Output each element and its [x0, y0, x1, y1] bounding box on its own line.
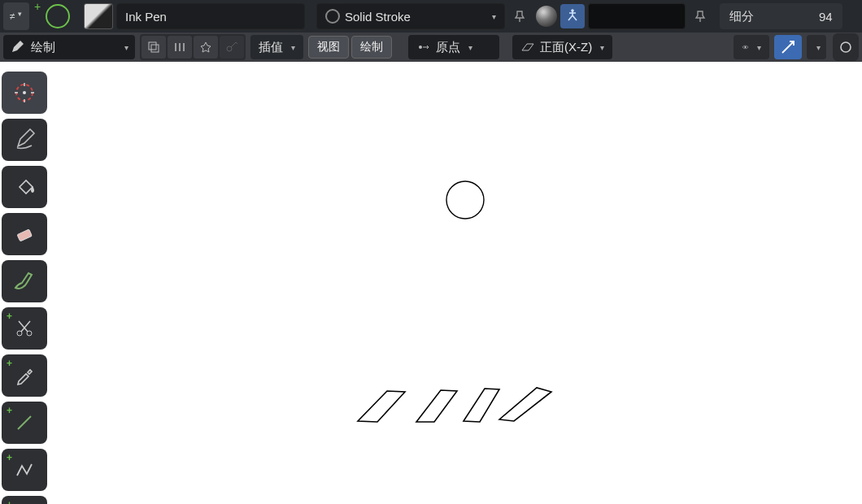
scissors-icon [14, 318, 35, 339]
tool-tint[interactable] [2, 260, 47, 302]
pencil-icon [10, 40, 24, 54]
brush-icon [12, 270, 37, 293]
guides-toggle[interactable] [774, 35, 802, 59]
tool-eyedropper[interactable]: + [2, 354, 47, 397]
tool-line[interactable]: + [2, 402, 47, 444]
tool-polyline[interactable]: + [2, 449, 47, 491]
chevron-down-icon: ▾ [291, 43, 295, 52]
armature-icon[interactable] [560, 4, 585, 28]
extra-toggle[interactable] [833, 33, 859, 61]
view-draw-toggle: 视图 绘制 [308, 36, 392, 59]
pin-button-2[interactable] [689, 3, 712, 29]
draw-tab[interactable]: 绘制 [351, 36, 392, 59]
guides-icon [780, 39, 796, 55]
tool-cutter[interactable]: + [2, 307, 47, 350]
tool-erase[interactable] [2, 213, 47, 255]
chevron-down-icon: ▾ [124, 43, 128, 52]
svg-text:≠: ≠ [10, 11, 15, 22]
mode-label: 绘制 [31, 40, 55, 55]
toggle-thickness[interactable] [168, 36, 192, 59]
ring-icon [325, 9, 340, 24]
pencil-icon [13, 128, 36, 151]
chevron-down-icon: ▾ [600, 43, 604, 52]
interpolate-label: 插值 [259, 40, 283, 55]
drawing-svg [50, 63, 862, 504]
plane-icon [520, 41, 535, 54]
plus-icon: + [7, 311, 12, 322]
svg-rect-3 [149, 42, 156, 50]
guides-dropdown[interactable]: ▾ [807, 35, 826, 59]
origin-select[interactable]: 原点 ▾ [408, 35, 499, 59]
eye-icon [742, 41, 749, 53]
brush-thumbnail[interactable] [84, 3, 113, 29]
brush-circle-icon [46, 4, 70, 28]
drawing-plane-select[interactable]: 正面(X-Z) ▾ [512, 35, 612, 59]
bucket-icon [13, 176, 36, 198]
svg-rect-4 [151, 45, 159, 52]
svg-point-14 [446, 181, 484, 219]
plus-icon: + [7, 452, 12, 463]
plus-icon: + [7, 358, 12, 369]
layer-toggle-cluster [140, 34, 246, 60]
plus-icon: + [34, 0, 41, 13]
toggle-multiframe[interactable] [194, 36, 218, 59]
cursor-icon [12, 80, 37, 105]
eraser-icon [13, 223, 36, 245]
tool-draw[interactable] [2, 119, 47, 161]
left-toolbar: + + + + + [2, 72, 47, 504]
svg-point-6 [419, 46, 422, 49]
tool-arc[interactable]: + [2, 496, 47, 504]
tool-cursor[interactable] [2, 72, 47, 114]
chevron-down-icon: ▾ [492, 12, 496, 21]
eyedropper-icon [14, 365, 35, 386]
header-toolbar-1: ≠▾ + Ink Pen Solid Stroke ▾ 细分 94 [0, 0, 862, 33]
toggle-autokey[interactable] [220, 36, 244, 59]
chevron-down-icon: ▾ [757, 43, 761, 52]
svg-point-8 [841, 42, 851, 52]
view-tab[interactable]: 视图 [308, 36, 349, 59]
origin-label: 原点 [436, 40, 460, 55]
material-slot [536, 3, 686, 29]
chevron-down-icon: ▾ [816, 43, 821, 52]
svg-point-10 [23, 91, 26, 94]
material-name-input[interactable] [588, 3, 686, 29]
header-toolbar-2: 绘制 ▾ 插值 ▾ 视图 绘制 原点 ▾ 正面(X-Z) ▾ ▾ ▾ [0, 33, 862, 62]
polyline-icon [14, 459, 35, 480]
svg-rect-11 [17, 229, 32, 241]
line-icon [14, 412, 35, 433]
plus-icon: + [7, 405, 12, 416]
brush-radius-preview: + [34, 2, 80, 31]
pin-material-button[interactable] [508, 3, 531, 29]
subdivide-value: 94 [819, 10, 833, 24]
origin-icon [416, 41, 431, 53]
chevron-down-icon: ▾ [468, 43, 472, 52]
subdivide-label: 细分 [729, 9, 754, 24]
stroke-material-label: Solid Stroke [345, 10, 411, 24]
toggle-layers[interactable] [141, 36, 166, 59]
svg-text:▾: ▾ [18, 10, 22, 18]
visibility-dropdown[interactable]: ▾ [734, 35, 769, 59]
snap-dropdown[interactable]: ≠▾ [3, 2, 29, 30]
brush-name-input[interactable]: Ink Pen [116, 3, 305, 29]
interpolate-menu[interactable]: 插值 ▾ [250, 35, 303, 59]
svg-point-2 [571, 9, 574, 12]
svg-point-7 [744, 46, 746, 48]
drawing-plane-label: 正面(X-Z) [540, 40, 592, 55]
mode-select[interactable]: 绘制 ▾ [3, 35, 135, 59]
stroke-material-select[interactable]: Solid Stroke ▾ [316, 3, 505, 29]
material-sphere-icon[interactable] [536, 6, 557, 27]
viewport-canvas[interactable] [50, 63, 862, 504]
plus-icon: + [7, 499, 12, 504]
tool-fill[interactable] [2, 166, 47, 208]
subdivide-control[interactable]: 细分 94 [720, 3, 842, 29]
